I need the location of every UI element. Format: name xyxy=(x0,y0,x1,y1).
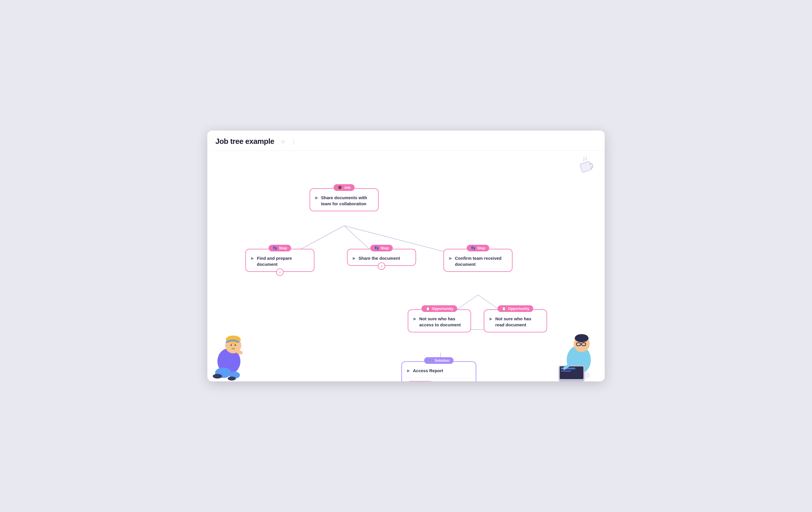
opp1-text: Not sure who has access to document xyxy=(419,316,465,328)
opp2-badge: 📋 Opportunity xyxy=(498,305,533,312)
job-arrow: ▶ xyxy=(315,195,318,200)
opp1-icon: 📋 xyxy=(426,306,430,311)
solution-footer: Candidate ❝❞ 7 xyxy=(407,378,470,381)
page-title: Job tree example xyxy=(215,137,274,146)
svg-point-10 xyxy=(230,344,232,346)
candidate-badge: Candidate xyxy=(407,381,433,381)
character-left xyxy=(207,324,253,381)
step2-text: Share the document xyxy=(358,255,400,261)
step1-arrow: ▶ xyxy=(251,256,254,260)
step2-node: 👣 Step ▶ Share the document ∨ xyxy=(347,249,416,266)
step2-arrow: ▶ xyxy=(353,256,356,260)
menu-button[interactable]: ⋮ xyxy=(290,137,298,145)
job-icon: 🎓 xyxy=(338,185,342,190)
solution-text: Access Report xyxy=(413,368,443,374)
svg-point-11 xyxy=(234,344,236,346)
job-text: Share documents with team for collaborat… xyxy=(321,195,373,207)
job-node: 🎓 Job ▶ Share documents with team for co… xyxy=(310,188,379,211)
solution-badge: 🔧 Solution xyxy=(424,357,454,364)
svg-point-12 xyxy=(237,351,243,355)
job-badge: 🎓 Job xyxy=(334,184,354,191)
step3-badge: 👣 Step xyxy=(467,245,489,251)
quote-count: ❝❞ 7 xyxy=(461,381,470,382)
opp1-arrow: ▶ xyxy=(413,317,416,321)
title-bar: Job tree example ☆ ⋮ xyxy=(207,131,605,151)
step1-expand[interactable]: ∨ xyxy=(276,268,284,276)
step3-icon: 👣 xyxy=(471,246,475,250)
opp2-text: Not sure who has read document xyxy=(495,316,541,328)
svg-point-15 xyxy=(213,374,222,379)
opportunity1-node: 📋 Opportunity ▶ Not sure who has access … xyxy=(408,309,471,332)
svg-point-19 xyxy=(575,334,588,342)
opportunity2-node: 📋 Opportunity ▶ Not sure who has read do… xyxy=(484,309,547,332)
solution-node: 🔧 Solution ▶ Access Report Candidate ❝❞ … xyxy=(401,361,476,381)
step2-expand[interactable]: ∨ xyxy=(378,262,385,270)
step1-text: Find and prepare document xyxy=(257,255,309,267)
svg-rect-29 xyxy=(580,161,592,173)
step2-icon: 👣 xyxy=(374,246,379,250)
step3-arrow: ▶ xyxy=(449,256,452,260)
quote-icon: ❝❞ xyxy=(461,381,467,382)
step1-node: 👣 Step ▶ Find and prepare document ∨ xyxy=(245,249,314,272)
step2-badge: 👣 Step xyxy=(370,245,393,251)
opp2-arrow: ▶ xyxy=(490,317,492,321)
diagram-area: 🎓 Job ▶ Share documents with team for co… xyxy=(207,151,605,381)
solution-icon: 🔧 xyxy=(428,358,433,363)
svg-point-16 xyxy=(228,377,236,381)
main-window: Job tree example ☆ ⋮ xyxy=(207,131,605,381)
title-actions: ☆ ⋮ xyxy=(279,137,298,145)
solution-arrow: ▶ xyxy=(407,369,410,373)
step1-icon: 👣 xyxy=(273,246,277,250)
opp1-badge: 📋 Opportunity xyxy=(422,305,457,312)
coffee-cup-decoration xyxy=(577,157,597,177)
character-right xyxy=(541,324,605,381)
step1-badge: 👣 Step xyxy=(269,245,291,251)
star-button[interactable]: ☆ xyxy=(279,137,287,145)
step3-node: 👣 Step ▶ Confirm team received document xyxy=(443,249,513,272)
step3-text: Confirm team received document xyxy=(455,255,507,267)
opp2-icon: 📋 xyxy=(501,306,506,311)
svg-rect-28 xyxy=(561,371,571,372)
